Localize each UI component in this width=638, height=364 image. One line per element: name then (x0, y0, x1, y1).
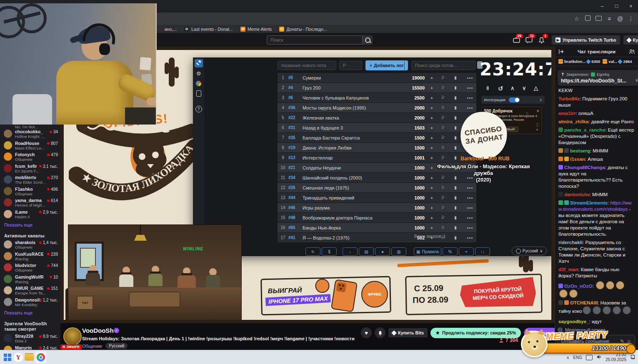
search-input[interactable] (267, 35, 363, 45)
chrome-icon[interactable] (35, 352, 47, 363)
buy-bits-nav-button[interactable]: Купить Bits (623, 35, 638, 45)
category-link[interactable]: Общение (82, 344, 102, 349)
lot-add-icon[interactable]: + (425, 75, 439, 80)
chat-users-icon[interactable] (629, 49, 635, 55)
channel-row[interactable]: Fotonych Общение 479 (0, 152, 60, 164)
timer-up-button[interactable]: ∧ (510, 85, 515, 91)
lot-delete-icon[interactable]: ▮ (447, 235, 464, 240)
auction-lot-row[interactable]: 8 #19 Диана: История Любви 1500 + ₽ ▮ ••… (278, 143, 476, 152)
bookmark-item[interactable]: D Last events - Donat... (184, 27, 233, 32)
save-button[interactable]: ▤ (359, 247, 374, 256)
lot-currency-icon[interactable]: ₽ (439, 205, 447, 210)
channel-row[interactable]: Dawgonosik Mir Korabley 1,2 тыс. (0, 297, 60, 309)
bookmark-item[interactable]: D Донаты - Последн... (279, 27, 327, 32)
lot-currency-icon[interactable]: ₽ (439, 145, 447, 150)
lot-more-icon[interactable]: ••• (464, 105, 476, 110)
start-button[interactable] (3, 352, 13, 362)
lot-add-icon[interactable]: + (425, 145, 439, 150)
leaderboard-entry[interactable]: val... 2964 (603, 59, 632, 64)
lot-delete-icon[interactable]: ▮ (447, 105, 464, 110)
lot-more-icon[interactable]: ••• (464, 215, 476, 220)
buy-bits-button[interactable]: Купить Bits (388, 328, 428, 337)
auction-lot-row[interactable]: 6 #31 Назад в будущее 3 1503 + ₽ ▮ ••• (278, 123, 476, 132)
lot-currency-icon[interactable]: ₽ (439, 215, 447, 220)
auction-lot-row[interactable]: 12 #26 Смешная леди (1975) 1000 + ₽ ▮ ••… (278, 183, 476, 192)
channel-row[interactable]: F1ashko Общение 496 (0, 187, 60, 198)
lot-currency-icon[interactable]: ₽ (439, 75, 447, 80)
auction-lot-row[interactable]: 14 #46 Игры разума 1000 + ₽ ▮ ••• (278, 203, 476, 212)
chat-username[interactable]: OTCHENAIII (570, 300, 598, 305)
droplet-button[interactable]: ● (375, 247, 390, 256)
rules-button[interactable]: ▦Правила (414, 247, 441, 256)
timer-eject-button[interactable]: △ (534, 85, 538, 91)
chat-username[interactable]: saygoodbye_ (558, 319, 589, 324)
lot-delete-icon[interactable]: ▮ (447, 115, 464, 120)
search-button[interactable] (363, 35, 373, 45)
settings-gear-icon[interactable]: ⚙ (195, 69, 203, 77)
chat-username[interactable]: dantonlulw (564, 192, 590, 197)
auction-lot-row[interactable]: 4 #36 Мосты округа Мэдисон (1995) 2000 +… (278, 103, 476, 112)
auction-lot-row[interactable]: 1 #5 Сумерки 19000 + ₽ ▮ ••• (278, 73, 476, 82)
lot-search-input[interactable] (411, 61, 475, 70)
auction-lot-row[interactable]: 16 #65 Банды Нью-йорка 1000 + ₽ ▮ ••• (278, 223, 476, 232)
lot-delete-icon[interactable]: ▮ (447, 185, 464, 190)
lot-currency-icon[interactable]: ₽ (439, 195, 447, 200)
lot-add-icon[interactable]: + (425, 115, 439, 120)
auction-lot-row[interactable]: 2 #4 Груз 200 15500 + ₽ ▮ ••• (278, 83, 476, 92)
channel-row[interactable]: Manyrin Общение 2,4 тыс. (0, 345, 60, 350)
chat-username[interactable]: almira_zhilka (558, 119, 588, 124)
bookmark-item[interactable]: ино,... (158, 27, 177, 32)
yandex-browser-icon[interactable]: Y (13, 352, 23, 362)
lot-currency-icon[interactable]: ₽ (439, 155, 447, 160)
channel-row[interactable]: bludvictor Общение 744 (0, 263, 60, 274)
copy-button[interactable]: ▥ (391, 247, 406, 256)
rotation-button[interactable]: ↻ (305, 247, 320, 256)
chat-username[interactable]: OzOn_nOzO (564, 284, 593, 289)
new-lot-price-input[interactable] (339, 61, 362, 70)
download-button[interactable]: ↓ (343, 247, 358, 256)
chat-username[interactable]: ama1irr (558, 111, 576, 116)
lot-delete-icon[interactable]: ▮ (447, 95, 464, 100)
window-minimize-button[interactable]: – (596, 0, 608, 12)
lot-currency-icon[interactable]: ₽ (439, 185, 447, 190)
lot-more-icon[interactable]: ••• (464, 235, 476, 240)
lot-add-icon[interactable]: + (425, 95, 439, 100)
show-more-link[interactable]: Показать еще (0, 309, 60, 318)
extensions-icon[interactable] (582, 12, 593, 25)
add-lot-button[interactable]: +Добавить лот (365, 60, 408, 70)
auction-lot-row[interactable]: 5 #22 Железная хватка 2000 + ₽ ▮ ••• (278, 113, 476, 122)
channel-row[interactable]: sharakois Общение 1,4 тыс. (0, 240, 60, 252)
lot-add-icon[interactable]: + (425, 225, 439, 230)
lot-delete-icon[interactable]: ▮ (447, 145, 464, 150)
channel-name[interactable]: VooDooSh (82, 327, 114, 334)
auction-lot-row[interactable]: 7 #35 Баллада Бастера Скраггса 1500 + ₽ … (278, 133, 476, 142)
chat-username[interactable]: pancho_s_rancho (564, 127, 605, 132)
lot-delete-icon[interactable]: ▮ (447, 225, 464, 230)
lot-currency-icon[interactable]: ₽ (439, 85, 447, 90)
tab-list-icon[interactable]: ≡ (604, 12, 615, 25)
lot-add-icon[interactable]: + (425, 85, 439, 90)
show-more-link[interactable]: Показать еще (0, 221, 60, 230)
chat-username[interactable]: l1ssan (570, 157, 585, 162)
close-icon[interactable]: × (537, 108, 539, 113)
turbo-button[interactable]: ▶ Управлять Twitch Turbo (552, 35, 620, 45)
lot-add-icon[interactable]: + (425, 205, 439, 210)
auction-lot-row[interactable]: 13 #44 Тринадцать привидений 1000 + ₽ ▮ … (278, 193, 476, 202)
auction-lot-row[interactable]: 15 #48 Воображариум доктора Парнаса 1000… (278, 213, 476, 222)
lot-currency-icon[interactable]: ₽ (439, 115, 447, 120)
lot-add-icon[interactable]: + (425, 125, 439, 130)
language-select[interactable]: Русский ∨ (512, 247, 547, 255)
collapse-chat-icon[interactable] (558, 49, 564, 55)
lot-add-icon[interactable]: + (425, 105, 439, 110)
channel-row[interactable]: mob5tertv The Elder Scrol... 270 (0, 175, 60, 187)
channel-row[interactable]: fcsm_kefir EA Sports F... 3,1 тыс. (0, 164, 60, 175)
bookmark-item[interactable]: M Meme Alerts (240, 27, 272, 32)
auction-lot-row[interactable]: 3 #6 Человек с бульвара Капуцинов 2500 +… (278, 93, 476, 102)
channel-row[interactable]: chocokokko_ Hollow Knight: ... 34 (0, 129, 60, 141)
plus-button[interactable]: + (459, 247, 474, 256)
chevron-down-icon[interactable]: ∨ (539, 97, 542, 102)
lot-more-icon[interactable]: ••• (464, 185, 476, 190)
lot-delete-icon[interactable]: ▮ (447, 75, 464, 80)
window-close-button[interactable]: × (625, 0, 637, 12)
notifications-icon[interactable]: 1 (537, 35, 546, 45)
